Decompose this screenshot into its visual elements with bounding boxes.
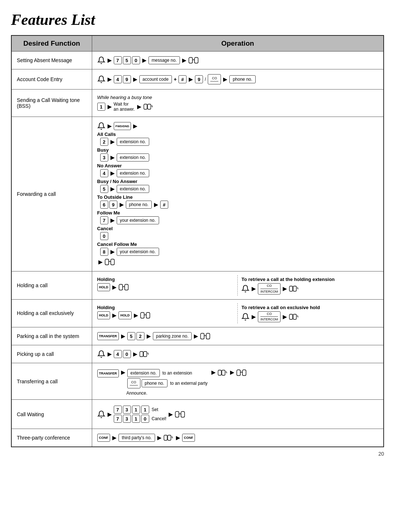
features-table: Desired Function Operation Setting Absen… xyxy=(11,35,384,447)
busy-no-answer-label: Busy / No Answer xyxy=(97,179,379,184)
conf-key2: CONF xyxy=(182,434,195,442)
svg-rect-6 xyxy=(119,284,123,290)
arrow-icon: ▶ xyxy=(157,435,161,441)
table-row: Picking up a call ▶ 4 0 ▶ xyxy=(11,345,384,363)
arrow-icon: ▶ xyxy=(133,76,137,82)
arrow-icon: ▶ xyxy=(134,312,138,318)
table-row: Three-party conference CONF ▶ third part… xyxy=(11,429,384,447)
page-title: Features List xyxy=(11,11,384,28)
slash: / xyxy=(205,77,206,82)
page-number: 20 xyxy=(11,451,384,457)
handset-icon xyxy=(118,283,129,291)
conf-key1: CONF xyxy=(97,434,110,442)
to-ext-party: to an external party xyxy=(170,381,208,386)
arrow-icon: ▶ xyxy=(121,369,125,375)
operation-cell: Holding HOLD ▶ To retrieve a ca xyxy=(92,271,384,300)
handset-icon xyxy=(140,311,150,319)
table-row: Parking a call in the system TRANSFER ▶ … xyxy=(11,327,384,345)
function-label: Picking up a call xyxy=(11,345,92,363)
key-1: 1 xyxy=(97,103,105,111)
function-label: Holding a call xyxy=(11,271,92,300)
arrow-icon: ▶ xyxy=(108,123,112,129)
phone-no-label: phone no. xyxy=(126,201,152,209)
all-calls-label: All Calls xyxy=(97,132,379,137)
arrow-icon: ▶ xyxy=(112,284,116,290)
handset-talking-icon xyxy=(139,350,150,358)
handset-talking-icon xyxy=(163,434,174,442)
table-row: Forwarding a call ▶ FWD/DND ▶ All Calls xyxy=(11,117,384,271)
hold-key1: HOLD xyxy=(97,311,110,319)
key-5: 5 xyxy=(123,56,131,64)
key-5: 5 xyxy=(100,185,108,193)
operation-cell: ▶ 4 9 ▶ account code + # ▶ 9 / CO ▶ phon… xyxy=(92,69,384,90)
retrieve-excl-label: To retrieve a call on exclusive hold xyxy=(241,305,378,310)
ext-no-label: extension no. xyxy=(117,169,149,177)
key-7a: 7 xyxy=(114,406,122,414)
handset-talking-icon xyxy=(143,103,154,111)
arrow-icon: ▶ xyxy=(133,351,137,357)
handset-icon xyxy=(105,258,115,266)
svg-rect-8 xyxy=(290,286,293,291)
key-3b: 3 xyxy=(123,415,131,423)
svg-rect-0 xyxy=(189,57,193,63)
bell-icon xyxy=(97,122,105,130)
svg-rect-20 xyxy=(237,370,240,375)
svg-rect-9 xyxy=(293,286,297,291)
set-text: Set xyxy=(152,407,158,412)
key-4: 4 xyxy=(114,350,122,358)
col1-header: Desired Function xyxy=(11,35,92,52)
svg-rect-18 xyxy=(218,370,221,375)
svg-rect-12 xyxy=(290,314,293,319)
arrow-icon: ▶ xyxy=(133,123,137,129)
arrow-icon: ▶ xyxy=(176,435,180,441)
function-label: Three-party conference xyxy=(11,429,92,447)
operation-cell: ▶ 7 3 1 1 Set 7 3 1 0 xyxy=(92,400,384,429)
operation-cell: ▶ 4 0 ▶ xyxy=(92,345,384,363)
arrow-icon: ▶ xyxy=(252,286,256,292)
arrow-icon: ▶ xyxy=(182,57,186,63)
your-ext-label: your extension no. xyxy=(117,248,159,256)
key-8: 8 xyxy=(100,248,108,256)
table-row: Sending a Call Waiting tone (BSS) While … xyxy=(11,90,384,117)
function-label: Holding a call exclusively xyxy=(11,299,92,327)
svg-rect-19 xyxy=(222,370,225,375)
to-text: to an extension xyxy=(162,370,192,376)
table-row: Transferring a call TRANSFER ▶ extension… xyxy=(11,363,384,400)
cancel-follow-me-label: Cancel Follow Me xyxy=(97,242,379,247)
key-6: 6 xyxy=(100,201,108,209)
function-label: Call Waiting xyxy=(11,400,92,429)
key-2: 2 xyxy=(136,332,144,340)
key-3: 3 xyxy=(100,153,108,162)
wait-text: Wait foran answer. xyxy=(114,102,135,112)
handset-icon xyxy=(175,410,185,418)
svg-rect-3 xyxy=(147,104,151,109)
bell-icon xyxy=(241,313,249,321)
table-row: Holding a call Holding HOLD ▶ xyxy=(11,271,384,300)
arrow-icon: ▶ xyxy=(189,76,193,82)
arrow-icon: ▶ xyxy=(120,202,124,208)
operation-cell: TRANSFER ▶ extension no. to an extension… xyxy=(92,363,384,400)
handset-icon xyxy=(188,56,199,64)
svg-rect-7 xyxy=(125,284,128,290)
arrow-icon: ▶ xyxy=(108,104,112,110)
operation-cell: ▶ FWD/DND ▶ All Calls 2 ▶ extension no. … xyxy=(92,117,384,271)
ext-no-label: extension no. xyxy=(127,369,160,377)
arrow-icon: ▶ xyxy=(108,76,112,82)
co-key: CO xyxy=(127,378,140,388)
key-4: 4 xyxy=(114,75,122,83)
hold-left: Holding HOLD ▶ xyxy=(97,275,238,296)
transfer-key: TRANSFER xyxy=(97,332,119,340)
svg-rect-4 xyxy=(105,259,109,265)
svg-rect-23 xyxy=(181,411,185,417)
svg-rect-10 xyxy=(140,312,144,318)
svg-rect-21 xyxy=(242,370,246,375)
key-7: 7 xyxy=(100,216,108,224)
arrow-icon: ▶ xyxy=(194,333,198,339)
svg-rect-2 xyxy=(144,104,147,109)
key-1c: 1 xyxy=(132,415,140,423)
parking-zone-label: parking zone no. xyxy=(153,332,192,340)
co-key: CO xyxy=(208,74,221,84)
arrow-icon: ▶ xyxy=(137,104,141,110)
svg-rect-16 xyxy=(140,352,143,357)
no-answer-label: No Answer xyxy=(97,163,379,168)
